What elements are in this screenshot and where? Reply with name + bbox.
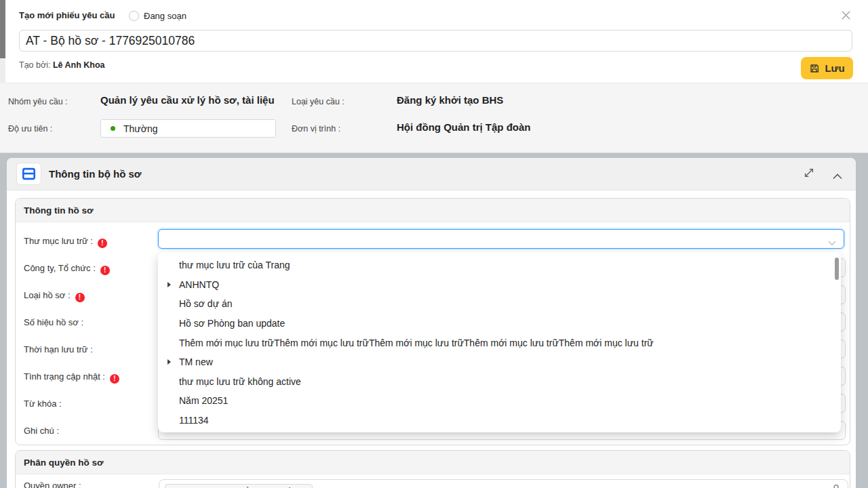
owner-tag: Lê Anh Khoa (Phó tổng giám đốc) × bbox=[165, 484, 313, 488]
caret-right-icon[interactable] bbox=[167, 359, 171, 365]
priority-label: Độ ưu tiên : bbox=[8, 124, 52, 134]
tree-select-option[interactable]: ANHNTQ bbox=[158, 275, 841, 295]
priority-value: Thường bbox=[123, 123, 157, 134]
panel-record-info-title: Thông tin hồ sơ bbox=[16, 199, 850, 222]
request-group-value: Quản lý yêu cầu xử lý hồ sơ, tài liệu bbox=[100, 94, 275, 106]
field-label-keywords: Từ khóa : bbox=[24, 399, 62, 409]
tree-select-option[interactable]: Năm 20251 bbox=[158, 391, 841, 411]
created-by-name: Lê Anh Khoa bbox=[53, 60, 105, 70]
created-by-text: Tạo bởi: Lê Anh Khoa bbox=[19, 60, 105, 70]
priority-select[interactable]: Thường bbox=[100, 119, 276, 138]
page-title: Tạo mới phiếu yêu cầu bbox=[19, 10, 115, 20]
backdrop-strip-bottom bbox=[0, 58, 5, 83]
request-name-input[interactable] bbox=[19, 30, 852, 52]
request-meta-section: Nhóm yêu cầu : Quản lý yêu cầu xử lý hồ … bbox=[0, 83, 868, 153]
tree-select-option[interactable]: thư mục lưu trữ của Trang bbox=[158, 256, 841, 275]
tree-select-option[interactable]: Thêm mới mục lưu trữThêm mới mục lưu trữ… bbox=[158, 333, 841, 352]
field-label-owner: Quyền owner : bbox=[24, 481, 81, 488]
required-icon: ! bbox=[100, 266, 110, 275]
required-icon: ! bbox=[75, 293, 85, 302]
field-label-storage-folder: Thư mục lưu trữ :! bbox=[24, 236, 107, 248]
status-radio-icon[interactable] bbox=[129, 11, 139, 21]
created-by-label: Tạo bởi: bbox=[19, 60, 50, 70]
request-type-label: Loại yêu cầu : bbox=[292, 97, 344, 106]
tree-select-option[interactable]: 111134 bbox=[158, 411, 841, 430]
required-icon: ! bbox=[110, 374, 119, 384]
drawer-header: Tạo mới phiếu yêu cầu Đang soạn Tạo bởi:… bbox=[5, 0, 868, 83]
submit-unit-value: Hội đồng Quản trị Tập đoàn bbox=[397, 121, 530, 133]
field-label-retention-period: Thời hạn lưu trữ : bbox=[24, 344, 93, 354]
priority-status-dot-icon bbox=[111, 126, 115, 131]
backdrop-strip-top bbox=[0, 0, 5, 58]
save-button-label: Lưu bbox=[825, 62, 844, 74]
field-label-record-type: Loại hồ sơ :! bbox=[24, 290, 85, 302]
request-type-value: Đăng ký khởi tạo BHS bbox=[397, 94, 503, 106]
request-group-label: Nhóm yêu cầu : bbox=[8, 97, 68, 106]
save-icon bbox=[809, 63, 820, 74]
chevron-down-icon bbox=[828, 237, 836, 249]
expand-icon[interactable] bbox=[803, 167, 816, 180]
field-label-company: Công ty, Tổ chức :! bbox=[24, 263, 110, 275]
owner-select[interactable]: Lê Anh Khoa (Phó tổng giám đốc) × bbox=[159, 479, 848, 488]
section-icon-box bbox=[16, 163, 41, 185]
tree-select-option[interactable]: thư mục lưu trữ không active bbox=[158, 372, 841, 392]
collapse-chevron-up-icon[interactable] bbox=[833, 170, 842, 177]
submit-unit-label: Đơn vị trình : bbox=[292, 124, 340, 134]
tree-select-option[interactable]: TM new bbox=[158, 352, 841, 372]
field-label-notes: Ghi chú : bbox=[24, 426, 59, 436]
person-icon[interactable] bbox=[831, 484, 841, 488]
tree-select-option[interactable]: Hồ sơ dự án bbox=[158, 294, 841, 314]
field-label-record-number: Số hiệu hồ sơ : bbox=[24, 317, 83, 327]
save-button[interactable]: Lưu bbox=[801, 57, 853, 79]
close-icon[interactable] bbox=[838, 7, 853, 22]
field-label-update-status: Tình trạng cập nhật :! bbox=[24, 371, 119, 384]
dropdown-scrollbar-thumb[interactable] bbox=[835, 258, 839, 280]
section-title: Thông tin bộ hồ sơ bbox=[49, 168, 141, 180]
storage-folder-select[interactable] bbox=[158, 229, 844, 249]
dossier-info-card-header: Thông tin bộ hồ sơ bbox=[7, 158, 856, 190]
caret-right-icon[interactable] bbox=[167, 282, 171, 287]
tree-select-option[interactable]: Hồ sơ Phòng ban update bbox=[158, 314, 841, 333]
create-request-drawer: Tạo mới phiếu yêu cầu Đang soạn Tạo bởi:… bbox=[0, 0, 868, 488]
panel-record-permissions: Phân quyền hồ sơ Quyền owner : Lê Anh Kh… bbox=[15, 450, 850, 488]
section-icon bbox=[22, 167, 36, 180]
status-label: Đang soạn bbox=[144, 11, 186, 21]
storage-folder-dropdown: thư mục lưu trữ của Trang ANHNTQ Hồ sơ d… bbox=[158, 252, 841, 432]
panel-record-permissions-title: Phân quyền hồ sơ bbox=[16, 451, 850, 474]
required-icon: ! bbox=[98, 239, 107, 248]
